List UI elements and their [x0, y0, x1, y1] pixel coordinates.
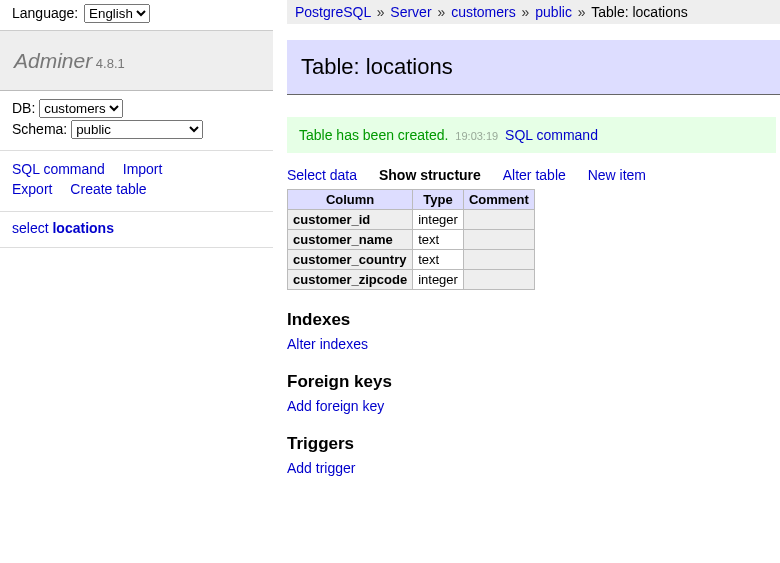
- col-header-column: Column: [288, 190, 413, 210]
- sidebar: Language: English Adminer 4.8.1 DB: cust…: [0, 0, 273, 486]
- col-header-type: Type: [413, 190, 464, 210]
- tab-select-data[interactable]: Select data: [287, 167, 357, 183]
- language-label: Language:: [12, 5, 78, 21]
- tab-show-structure[interactable]: Show structure: [379, 167, 481, 183]
- alter-indexes-link[interactable]: Alter indexes: [287, 336, 368, 352]
- success-message: Table has been created. 19:03:19 SQL com…: [287, 117, 776, 153]
- add-trigger-link[interactable]: Add trigger: [287, 460, 355, 476]
- schema-label: Schema:: [12, 121, 67, 137]
- export-link[interactable]: Export: [12, 179, 52, 199]
- side-table-list: select locations: [0, 212, 273, 248]
- table-actions: Select data Show structure Alter table N…: [287, 167, 776, 183]
- app-name: Adminer: [14, 49, 92, 72]
- add-foreign-key-link[interactable]: Add foreign key: [287, 398, 384, 414]
- main: PostgreSQL » Server » customers » public…: [273, 0, 780, 486]
- breadcrumb-schema[interactable]: public: [535, 4, 572, 20]
- indexes-heading: Indexes: [287, 310, 776, 330]
- select-table-link[interactable]: select locations: [12, 220, 114, 236]
- logo: Adminer 4.8.1: [0, 31, 273, 91]
- breadcrumb-driver[interactable]: PostgreSQL: [295, 4, 371, 20]
- language-select[interactable]: English: [84, 4, 150, 23]
- triggers-heading: Triggers: [287, 434, 776, 454]
- tab-new-item[interactable]: New item: [588, 167, 646, 183]
- create-table-link[interactable]: Create table: [70, 179, 146, 199]
- breadcrumb-current: Table: locations: [591, 4, 688, 20]
- message-sql-link[interactable]: SQL command: [505, 127, 598, 143]
- app-version: 4.8.1: [96, 56, 125, 71]
- tab-alter-table[interactable]: Alter table: [503, 167, 566, 183]
- table-row: customer_id integer: [288, 210, 535, 230]
- columns-table: Column Type Comment customer_id integer …: [287, 189, 535, 290]
- side-actions: SQL command Import Export Create table: [0, 151, 273, 212]
- sql-command-link[interactable]: SQL command: [12, 159, 105, 179]
- db-label: DB:: [12, 100, 35, 116]
- col-header-comment: Comment: [463, 190, 534, 210]
- schema-select[interactable]: public: [71, 120, 203, 139]
- message-timestamp: 19:03:19: [455, 130, 498, 142]
- foreign-keys-heading: Foreign keys: [287, 372, 776, 392]
- table-row: customer_name text: [288, 230, 535, 250]
- db-schema-block: DB: customers Schema: public: [0, 91, 273, 151]
- language-row: Language: English: [0, 0, 273, 31]
- message-text: Table has been created.: [299, 127, 448, 143]
- db-select[interactable]: customers: [39, 99, 123, 118]
- table-row: customer_country text: [288, 250, 535, 270]
- breadcrumb: PostgreSQL » Server » customers » public…: [287, 0, 780, 24]
- breadcrumb-db[interactable]: customers: [451, 4, 516, 20]
- import-link[interactable]: Import: [123, 159, 163, 179]
- page-title: Table: locations: [287, 40, 780, 95]
- breadcrumb-server[interactable]: Server: [390, 4, 431, 20]
- table-row: customer_zipcode integer: [288, 270, 535, 290]
